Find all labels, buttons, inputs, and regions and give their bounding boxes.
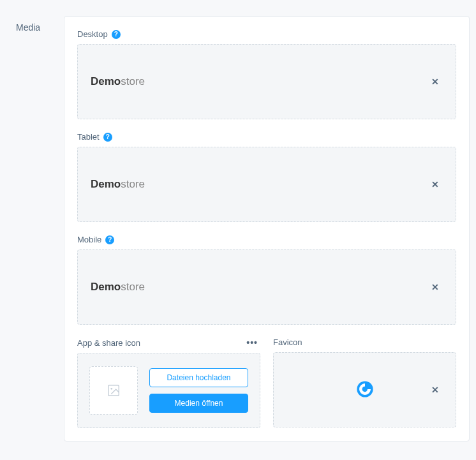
favicon-preview: [356, 380, 374, 400]
open-media-button[interactable]: Medien öffnen: [149, 394, 248, 413]
section-label: Media: [16, 16, 64, 441]
desktop-remove-button[interactable]: ✕: [428, 74, 443, 89]
favicon-dropzone[interactable]: ✕: [273, 352, 456, 427]
tablet-label: Tablet: [77, 132, 100, 142]
app-share-field: App & share icon ••• Dateien hochladen M…: [77, 338, 260, 428]
desktop-dropzone[interactable]: Demostore ✕: [77, 44, 456, 119]
tablet-field: Tablet ? Demostore ✕: [77, 132, 456, 222]
more-icon[interactable]: •••: [244, 338, 260, 348]
favicon-label: Favicon: [273, 338, 302, 347]
app-share-dropzone[interactable]: Dateien hochladen Medien öffnen: [77, 353, 260, 428]
close-icon: ✕: [431, 77, 439, 87]
media-card: Desktop ? Demostore ✕ Tablet ? Demostore…: [64, 16, 470, 441]
close-icon: ✕: [431, 385, 439, 395]
mobile-label: Mobile: [77, 235, 101, 244]
image-placeholder-icon: [89, 366, 138, 415]
upload-files-button[interactable]: Dateien hochladen: [149, 368, 248, 387]
help-icon[interactable]: ?: [105, 235, 114, 244]
mobile-remove-button[interactable]: ✕: [428, 279, 443, 295]
close-icon: ✕: [431, 282, 439, 292]
favicon-field: Favicon ✕: [273, 338, 456, 428]
help-icon[interactable]: ?: [103, 133, 112, 142]
desktop-logo-preview: Demostore: [91, 75, 145, 88]
tablet-dropzone[interactable]: Demostore ✕: [77, 147, 456, 222]
tablet-remove-button[interactable]: ✕: [428, 177, 443, 192]
close-icon: ✕: [431, 179, 439, 189]
mobile-field: Mobile ? Demostore ✕: [77, 235, 456, 325]
app-share-label: App & share icon: [77, 338, 140, 348]
mobile-dropzone[interactable]: Demostore ✕: [77, 249, 456, 325]
desktop-field: Desktop ? Demostore ✕: [77, 29, 456, 119]
svg-point-1: [110, 388, 112, 390]
desktop-label: Desktop: [77, 29, 108, 39]
help-icon[interactable]: ?: [112, 30, 121, 39]
favicon-remove-button[interactable]: ✕: [428, 382, 443, 397]
mobile-logo-preview: Demostore: [91, 281, 145, 293]
tablet-logo-preview: Demostore: [91, 178, 145, 191]
